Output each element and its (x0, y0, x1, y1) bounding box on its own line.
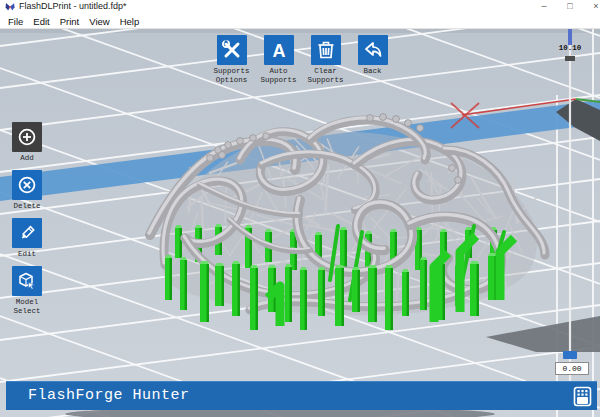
app-logo-icon (5, 2, 15, 12)
printer-name: FlashForge Hunter (28, 387, 190, 404)
delete-button[interactable] (12, 170, 42, 200)
clear-supports-button[interactable] (311, 35, 341, 65)
auto-supports-icon: A (267, 38, 291, 62)
add-icon (17, 127, 37, 147)
menu-file[interactable]: File (3, 14, 28, 29)
delete-label: Delete (8, 202, 46, 211)
layer-slider-handle[interactable] (563, 351, 577, 359)
menu-print[interactable]: Print (55, 14, 85, 29)
svg-text:A: A (272, 41, 285, 61)
back-icon (362, 39, 384, 61)
model-select-label: Model Select (8, 298, 46, 315)
title-bar: FlashDLPrint - untitled.fdp* – □ × (0, 0, 600, 14)
status-bar: FlashForge Hunter (6, 381, 597, 410)
printer-icon[interactable] (573, 386, 592, 407)
sidebar-item-model-select: Model Select (8, 266, 46, 315)
clear-supports-icon (316, 40, 336, 60)
close-button[interactable]: × (588, 0, 600, 13)
edit-label: Edit (8, 250, 46, 259)
model-select-icon (17, 271, 37, 291)
menu-edit[interactable]: Edit (28, 14, 54, 29)
delete-icon (17, 175, 37, 195)
add-label: Add (8, 154, 46, 163)
supports-options-button[interactable] (217, 35, 247, 65)
layer-slider-top-handle[interactable] (565, 56, 575, 61)
layer-slider-max-value: 10.10 (550, 44, 590, 52)
viewport: Supports Options A Auto Supports (0, 29, 600, 417)
supports-options-icon (221, 39, 243, 61)
auto-supports-label: Auto Supports (260, 67, 296, 84)
menu-view[interactable]: View (84, 14, 114, 29)
sidebar-item-add: Add (8, 122, 46, 163)
sidebar-item-edit: Edit (8, 218, 46, 259)
menu-bar: File Edit Print View Help (0, 14, 600, 29)
supports-options-label: Supports Options (213, 67, 249, 84)
sidebar-item-delete: Delete (8, 170, 46, 211)
flashdlprint-window: FlashDLPrint - untitled.fdp* – □ × File … (0, 0, 600, 417)
back-label: Back (363, 67, 381, 76)
clear-supports-label: Clear Supports (307, 67, 343, 84)
model-select-button[interactable] (12, 266, 42, 296)
layer-slider-min-value: 0.00 (555, 362, 589, 375)
minimize-button[interactable]: – (536, 0, 552, 13)
maximize-button[interactable]: □ (562, 0, 578, 13)
window-title: FlashDLPrint - untitled.fdp* (19, 1, 127, 11)
menu-help[interactable]: Help (115, 14, 145, 29)
auto-supports-button[interactable]: A (264, 35, 294, 65)
layer-slider-top-segment (568, 29, 572, 45)
edit-button[interactable] (12, 218, 42, 248)
add-button[interactable] (12, 122, 42, 152)
supports-toolbar: Supports Options A Auto Supports (208, 35, 396, 84)
back-button[interactable] (358, 35, 388, 65)
edit-icon (17, 223, 37, 243)
viewport-3d-scene[interactable] (0, 29, 600, 417)
